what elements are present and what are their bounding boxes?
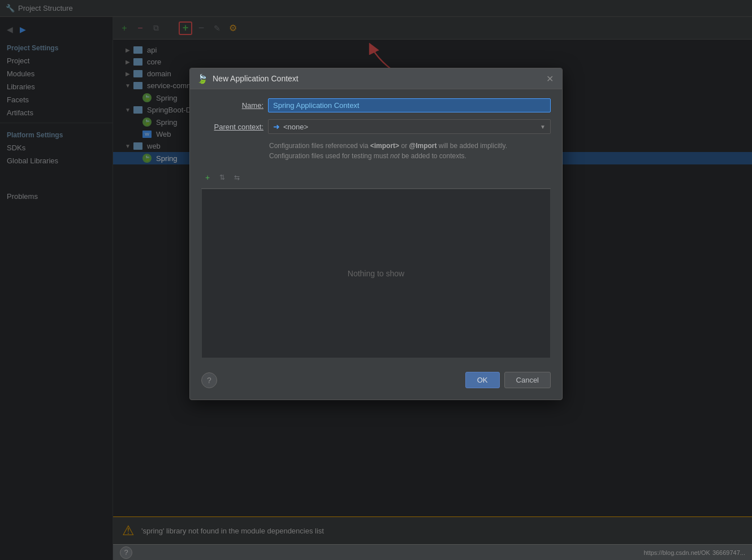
bottom-right-area: https://blog.csdn.net/OK 36669747... (643, 549, 745, 556)
name-input[interactable] (268, 98, 551, 112)
new-application-context-modal: 🍃 New Application Context ✕ Name: Parent… (189, 68, 563, 400)
nothing-to-show-text: Nothing to show (348, 269, 404, 278)
arrow-right-icon: ➜ (273, 122, 280, 131)
parent-context-form-row: Parent context: ➜ <none> ▼ (201, 119, 551, 134)
bottom-link: https://blog.csdn.net/OK (643, 549, 710, 556)
modal-help-button[interactable]: ? (201, 372, 217, 388)
modal-title-bar: 🍃 New Application Context ✕ (190, 68, 562, 89)
parent-context-value: <none> (283, 123, 537, 131)
parent-context-label: Parent context: (201, 123, 263, 131)
modal-footer: ? OK Cancel (201, 367, 551, 390)
modal-overlay: 🍃 New Application Context ✕ Name: Parent… (0, 0, 752, 560)
bottom-bar: ? https://blog.csdn.net/OK 36669747... (113, 544, 752, 560)
modal-title: New Application Context (213, 74, 299, 83)
dropdown-arrow-icon[interactable]: ▼ (540, 124, 546, 130)
modal-title-content: 🍃 New Application Context (197, 73, 299, 84)
modal-close-button[interactable]: ✕ (544, 73, 555, 84)
modal-toolbar: + ⇅ ⇆ (201, 168, 551, 189)
modal-add-button[interactable]: + (201, 171, 214, 184)
modal-sort-desc-button[interactable]: ⇆ (231, 171, 243, 184)
ok-button[interactable]: OK (465, 372, 500, 388)
bottom-help-icon[interactable]: ? (120, 546, 132, 559)
cancel-button[interactable]: Cancel (504, 372, 551, 388)
modal-body: Name: Parent context: ➜ <none> ▼ Configu… (190, 89, 562, 400)
modal-spring-icon: 🍃 (197, 73, 208, 84)
modal-actions: OK Cancel (465, 372, 551, 388)
info-text: Configuration files referenced via <impo… (269, 141, 551, 161)
bottom-right-text: 36669747... (712, 549, 745, 556)
name-label: Name: (201, 101, 263, 110)
modal-sort-asc-button[interactable]: ⇅ (216, 171, 228, 184)
modal-content-area: Nothing to show (201, 189, 551, 358)
parent-context-select[interactable]: ➜ <none> ▼ (268, 119, 551, 134)
name-form-row: Name: (201, 98, 551, 112)
